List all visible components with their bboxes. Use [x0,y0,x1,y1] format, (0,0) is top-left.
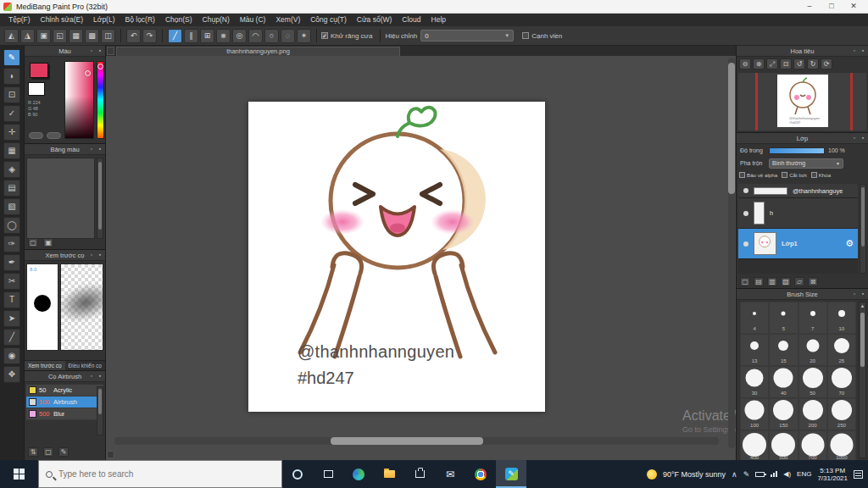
drawing-canvas[interactable]: @thanhnhannguyen #hd247 [248,102,545,412]
snap-curve-icon[interactable]: ◠ [248,29,263,43]
actual-size-icon[interactable]: ⊡ [780,58,792,69]
vertical-scroll-thumb[interactable] [728,63,735,194]
menu-window[interactable]: Cửa sổ(W) [352,14,398,26]
layer-row-h[interactable]: h [738,198,858,229]
brush-size-scrollbar[interactable]: ▲ [859,302,866,458]
delete-layer-icon[interactable]: ⊠ [808,277,818,286]
new-folder-icon[interactable]: ▱ [794,277,804,286]
layer-row-layer1[interactable]: Lớp1 ⚙ [738,229,858,259]
maximize-button[interactable]: □ [821,0,843,13]
layer-list-scrollbar[interactable] [860,184,866,274]
select-tool[interactable]: ▧ [3,198,20,215]
canvas-vertical-scrollbar[interactable] [728,58,735,448]
reset-view-icon[interactable]: ⟳ [821,58,832,69]
menu-tools[interactable]: Công cụ(T) [305,14,352,26]
brush-size-option[interactable]: 400 [740,430,769,460]
snap-vanishing-icon[interactable]: ⋇ [216,29,231,43]
hue-slider[interactable] [97,61,104,139]
file-explorer-button[interactable] [374,460,404,488]
menu-snap[interactable]: Chụp(N) [198,14,235,26]
chrome-button[interactable] [465,460,496,488]
brush-size-option[interactable]: 7 [798,302,827,334]
task-view-button[interactable] [313,460,343,488]
brush-size-option[interactable]: 4 [740,302,769,334]
network-signal-icon[interactable] [771,471,777,477]
delete-color-icon[interactable]: ▣ [43,238,53,247]
visibility-eye-icon[interactable] [743,241,748,247]
brush-size-option[interactable]: 40 [769,366,798,398]
snap-settings-icon[interactable]: ✶ [297,29,311,43]
bucket-tool[interactable]: ◈ [3,161,20,178]
menu-file[interactable]: Tệp(F) [3,14,36,26]
navigator-viewport[interactable]: @thanhnhannguyen #hd247 [738,73,866,130]
cortana-button[interactable] [282,460,313,488]
panel-menu-icon[interactable]: ▫ [88,252,95,258]
minimize-button[interactable]: – [798,0,821,13]
layer-row-text[interactable]: @thanhnhanguye [738,184,858,198]
eyedropper-tool[interactable]: ◉ [3,347,20,364]
menu-edit[interactable]: Chỉnh sửa(E) [36,14,89,26]
panel-close-icon[interactable]: ▪ [97,146,103,152]
opacity-slider[interactable] [769,147,825,154]
panel-close-icon[interactable]: ▪ [860,291,866,297]
edge-button[interactable] [343,460,374,488]
tab-scroll-button[interactable] [107,47,114,55]
panel-close-icon[interactable]: ▪ [97,373,103,380]
clock[interactable]: 5:13 PM 7/31/2021 [817,467,848,482]
brush-tool[interactable]: ✎ [3,49,20,66]
weather-text[interactable]: 90°F Mostly sunny [663,470,726,479]
tab-brush-control[interactable]: Điều khiển cọ [65,360,106,370]
hand-tool[interactable]: ✥ [3,366,20,383]
correction-dropdown[interactable]: 0▼ [420,30,514,42]
redo-icon[interactable]: ↷ [142,29,157,43]
blend-mode-dropdown[interactable]: Bình thường▼ [769,158,843,169]
brush-size-option[interactable]: 700 [798,430,827,460]
operation-tool[interactable]: ➤ [3,310,20,327]
canvas-rotate-icon[interactable]: ◫ [101,29,115,43]
panel-menu-icon[interactable]: ▫ [88,47,95,54]
zoom-out-icon[interactable]: ⊖ [739,58,751,69]
panel-menu-icon[interactable]: ▫ [851,291,858,297]
brush-size-option[interactable]: 50 [798,366,827,398]
select-pen-tool[interactable]: ✑ [3,236,20,252]
snap-radial-icon[interactable]: ◎ [232,29,247,43]
eraser-tool[interactable]: ◗ [3,68,20,85]
snap-off-icon[interactable]: ╱ [168,29,182,43]
brush-size-option[interactable]: 100 [740,398,769,430]
transfer-layer-icon[interactable]: ▧ [781,277,791,286]
menu-cloud[interactable]: Cloud [397,14,426,26]
protect-alpha-checkbox[interactable] [739,172,745,178]
palette-scrollbar[interactable] [97,158,103,239]
horizontal-scroll-thumb[interactable] [331,437,483,445]
menu-help[interactable]: Help [426,14,451,26]
brush-size-option[interactable]: 70 [827,366,856,398]
brush-settings-icon[interactable]: ✎ [58,447,69,457]
snap-crisscross-icon[interactable]: ⊞ [200,29,214,43]
new-layer-icon[interactable]: ▢ [740,277,750,286]
color-mode-button-1[interactable] [29,132,43,139]
saturation-picker[interactable] [64,61,94,139]
undo-icon[interactable]: ↶ [126,29,141,43]
store-button[interactable] [404,460,435,488]
snap-ellipse-icon[interactable]: ○ [264,29,279,43]
clipping-checkbox[interactable] [782,172,787,178]
move-tool[interactable]: ✛ [3,124,20,141]
fill-rect-tool[interactable]: ▦ [3,142,20,159]
save-file-icon[interactable]: ▣ [36,29,51,43]
lasso-tool[interactable]: ◯ [3,217,20,234]
brush-list-scrollbar[interactable] [97,386,103,435]
menu-view[interactable]: Xem(V) [270,14,305,26]
document-tab[interactable]: thanhnhannguyen.png [116,47,400,56]
text-tool[interactable]: T [3,291,20,308]
visibility-eye-icon[interactable] [743,188,748,193]
brush-size-option[interactable]: 150 [769,398,798,430]
merge-layer-icon[interactable]: ▥ [767,277,777,286]
background-color-swatch[interactable] [28,82,45,96]
divide-tool[interactable]: ✂ [3,273,20,290]
search-input[interactable] [58,469,228,479]
edge-checkbox[interactable] [522,32,529,39]
brush-size-label[interactable]: 8.0 [30,267,36,272]
brush-size-option[interactable]: 1000 [827,430,856,460]
layer-settings-gear-icon[interactable]: ⚙ [845,238,854,249]
language-indicator[interactable]: ENG [797,470,811,478]
